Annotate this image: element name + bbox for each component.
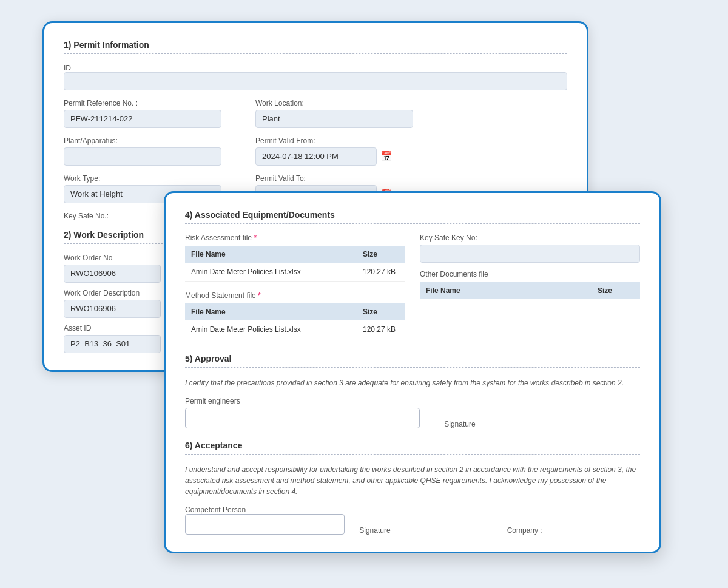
other-docs-table: File Name Size bbox=[420, 282, 640, 299]
acceptance-note: I understand and accept responsibility f… bbox=[185, 464, 640, 497]
permit-valid-from-field[interactable]: 2024-07-18 12:00 PM bbox=[255, 147, 377, 166]
permit-engineers-input[interactable] bbox=[185, 408, 420, 428]
plant-apparatus-label: Plant/Apparatus: bbox=[64, 137, 221, 145]
section5-title: 5) Approval bbox=[185, 354, 640, 363]
competent-person-label: Competent Person bbox=[185, 505, 345, 514]
work-order-no-field[interactable]: RWO106906 bbox=[64, 265, 161, 283]
work-type-label: Work Type: bbox=[64, 174, 221, 183]
signature-label: Signature bbox=[444, 420, 640, 428]
calendar-from-icon[interactable]: 📅 bbox=[380, 150, 393, 162]
permit-ref-label: Permit Reference No. : bbox=[64, 99, 221, 107]
table-row: Amin Date Meter Policies List.xlsx120.27… bbox=[185, 320, 405, 339]
competent-person-input[interactable] bbox=[185, 514, 345, 535]
risk-assessment-label: Risk Assessment file * bbox=[185, 234, 405, 242]
work-location-label: Work Location: bbox=[255, 99, 413, 107]
asset-id-field[interactable]: P2_B13_36_S01 bbox=[64, 335, 161, 353]
permit-ref-field[interactable]: PFW-211214-022 bbox=[64, 110, 221, 128]
key-safe-key-field[interactable] bbox=[420, 245, 640, 263]
method-table-col2: Size bbox=[357, 303, 405, 320]
risk-table-col2: Size bbox=[357, 246, 405, 263]
acceptance-signature-label: Signature bbox=[359, 526, 492, 535]
other-docs-label: Other Documents file bbox=[420, 270, 640, 279]
other-table-col1: File Name bbox=[420, 282, 592, 299]
section1-title: 1) Permit Information bbox=[64, 40, 567, 50]
other-table-col2: Size bbox=[592, 282, 640, 299]
plant-apparatus-field[interactable] bbox=[64, 147, 221, 166]
risk-assessment-table: File Name Size Amin Date Meter Policies … bbox=[185, 246, 405, 282]
work-location-field[interactable]: Plant bbox=[255, 110, 413, 128]
file-name: Amin Date Meter Policies List.xlsx bbox=[185, 320, 357, 339]
company-label: Company : bbox=[507, 526, 640, 535]
key-safe-key-label: Key Safe Key No: bbox=[420, 234, 640, 242]
permit-valid-from-label: Permit Valid From: bbox=[255, 137, 393, 145]
method-statement-label: Method Statement file * bbox=[185, 291, 405, 300]
file-size: 120.27 kB bbox=[357, 263, 405, 282]
method-statement-table: File Name Size Amin Date Meter Policies … bbox=[185, 303, 405, 339]
section6-title: 6) Acceptance bbox=[185, 441, 640, 450]
permit-engineers-label: Permit engineers bbox=[185, 397, 420, 405]
file-size: 120.27 kB bbox=[357, 320, 405, 339]
risk-table-col1: File Name bbox=[185, 246, 357, 263]
work-order-desc-field[interactable]: RWO106906 bbox=[64, 300, 161, 318]
associated-equipment-card: 4) Associated Equipment/Documents Risk A… bbox=[164, 191, 661, 553]
file-name: Amin Date Meter Policies List.xlsx bbox=[185, 263, 357, 282]
permit-valid-to-label: Permit Valid To: bbox=[255, 174, 393, 183]
id-label: ID bbox=[64, 64, 567, 72]
section4-title: 4) Associated Equipment/Documents bbox=[185, 210, 640, 220]
table-row: Amin Date Meter Policies List.xlsx120.27… bbox=[185, 263, 405, 282]
id-field[interactable] bbox=[64, 72, 567, 90]
method-table-col1: File Name bbox=[185, 303, 357, 320]
approval-note: I certify that the precautions provided … bbox=[185, 377, 640, 388]
